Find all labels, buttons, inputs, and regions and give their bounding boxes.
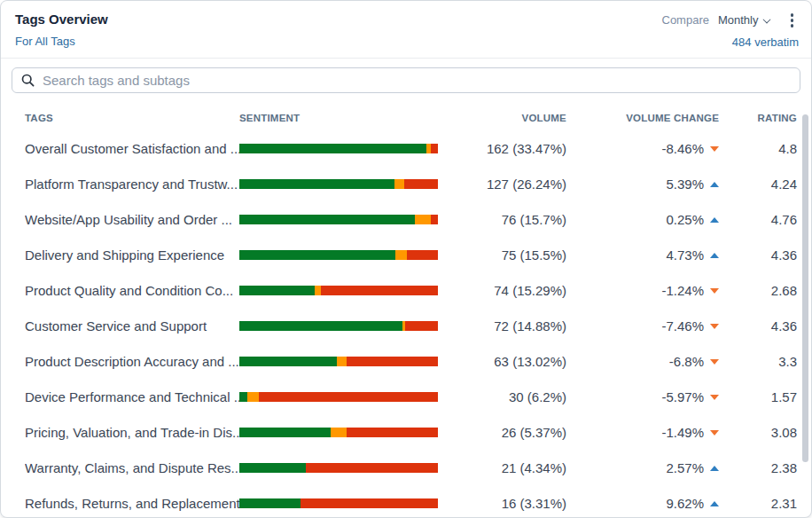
volume-change-cell: 2.57% [566, 460, 719, 475]
tag-label: Customer Service and Support [25, 318, 239, 334]
table-body: Overall Customer Satisfaction and ... 16… [1, 131, 811, 518]
change-direction-icon [710, 324, 719, 329]
table-row[interactable]: Platform Transparency and Trustw... 127 … [1, 167, 811, 202]
volume-value: 26 (5.37%) [438, 425, 566, 440]
sentiment-positive-segment [239, 179, 394, 189]
sentiment-negative-segment [301, 498, 438, 508]
rating-value: 2.31 [719, 496, 797, 511]
volume-change-value: 5.39% [666, 177, 704, 192]
tag-label: Platform Transparency and Trustw... [25, 177, 239, 192]
search-wrap [1, 59, 811, 104]
tag-label: Refunds, Returns, and Replacements [25, 496, 239, 511]
volume-value: 75 (15.5%) [438, 247, 566, 263]
table-header-row: TAGS SENTIMENT VOLUME VOLUME CHANGE RATI… [1, 105, 811, 131]
table-row[interactable]: Customer Service and Support 72 (14.88%)… [1, 309, 811, 344]
rating-value: 4.36 [719, 247, 797, 263]
volume-value: 63 (13.02%) [438, 354, 566, 369]
tag-label: Delivery and Shipping Experience [25, 247, 239, 263]
compare-controls: Compare Monthly [662, 12, 800, 29]
table-row[interactable]: Product Quality and Condition Co... 74 (… [1, 273, 811, 309]
sentiment-negative-segment [405, 321, 438, 331]
volume-change-value: -8.46% [661, 141, 704, 156]
sentiment-positive-segment [239, 392, 247, 402]
header-left: Tags Overview For All Tags [15, 12, 108, 49]
search-input[interactable] [43, 73, 791, 88]
subtitle-for-all-tags: For All Tags [15, 35, 108, 48]
table-row[interactable]: Overall Customer Satisfaction and ... 16… [1, 131, 811, 167]
change-direction-icon [710, 288, 719, 294]
sentiment-positive-segment [239, 144, 426, 153]
compare-period-dropdown[interactable]: Monthly [718, 13, 771, 27]
sentiment-cell [239, 463, 438, 473]
volume-value: 76 (15.7%) [438, 212, 566, 227]
tag-label: Device Performance and Technical ... [25, 389, 239, 404]
sentiment-bar [239, 463, 438, 473]
volume-change-cell: 0.25% [566, 212, 719, 227]
volume-change-value: 0.25% [666, 212, 704, 227]
tags-table: TAGS SENTIMENT VOLUME VOLUME CHANGE RATI… [1, 105, 811, 518]
change-direction-icon [710, 217, 719, 223]
sentiment-cell [239, 392, 438, 402]
column-header-volume-change: VOLUME CHANGE [566, 113, 719, 123]
column-header-sentiment: SENTIMENT [239, 113, 438, 123]
sentiment-cell [239, 357, 438, 366]
sentiment-bar [239, 215, 438, 224]
sentiment-positive-segment [239, 357, 337, 366]
kebab-menu-button[interactable] [785, 12, 800, 29]
sentiment-negative-segment [306, 463, 438, 473]
table-row[interactable]: Pricing, Valuation, and Trade-in Dis... … [1, 415, 811, 451]
rating-value: 2.68 [719, 283, 797, 298]
sentiment-negative-segment [259, 392, 438, 402]
sentiment-negative-segment [347, 357, 438, 366]
sentiment-positive-segment [239, 286, 315, 295]
sentiment-bar [239, 321, 438, 331]
chevron-down-icon [763, 14, 771, 22]
volume-change-value: -5.97% [661, 389, 704, 404]
compare-period-value: Monthly [718, 13, 759, 27]
tag-label: Website/App Usability and Order ... [25, 212, 239, 227]
tags-overview-card: Tags Overview For All Tags Compare Month… [0, 0, 812, 518]
sentiment-neutral-segment [394, 179, 404, 189]
sentiment-positive-segment [239, 498, 301, 508]
compare-label: Compare [662, 13, 709, 27]
tag-label: Overall Customer Satisfaction and ... [25, 141, 239, 156]
change-direction-icon [710, 466, 719, 471]
rating-value: 4.36 [719, 318, 797, 334]
volume-change-value: 2.57% [666, 460, 704, 475]
tag-label: Pricing, Valuation, and Trade-in Dis... [25, 425, 239, 440]
table-row[interactable]: Device Performance and Technical ... 30 … [1, 380, 811, 415]
sentiment-bar [239, 498, 438, 508]
page-title: Tags Overview [15, 12, 108, 27]
rating-value: 4.8 [719, 141, 797, 156]
tag-label: Product Description Accuracy and ... [25, 354, 239, 369]
sentiment-bar [239, 250, 438, 260]
volume-change-cell: -8.46% [566, 141, 719, 156]
table-row[interactable]: Product Description Accuracy and ... 63 … [1, 344, 811, 380]
volume-change-cell: -1.49% [566, 425, 719, 440]
rating-value: 2.38 [719, 460, 797, 475]
volume-value: 16 (3.31%) [438, 496, 566, 511]
sentiment-neutral-segment [415, 215, 431, 224]
change-direction-icon [710, 359, 719, 365]
table-row[interactable]: Delivery and Shipping Experience 75 (15.… [1, 238, 811, 273]
rating-value: 4.24 [719, 177, 797, 192]
search-icon [21, 74, 35, 87]
vertical-scrollbar[interactable] [802, 114, 808, 462]
volume-value: 74 (15.29%) [438, 283, 566, 298]
tag-label: Warranty, Claims, and Dispute Res... [25, 460, 239, 475]
volume-change-value: -1.49% [661, 425, 704, 440]
volume-value: 162 (33.47%) [438, 141, 566, 156]
search-box[interactable] [12, 67, 800, 93]
sentiment-cell [239, 498, 438, 508]
volume-change-cell: -1.24% [566, 283, 719, 298]
verbatim-count: 484 verbatim [732, 35, 799, 49]
change-direction-icon [710, 395, 719, 400]
table-row[interactable]: Website/App Usability and Order ... 76 (… [1, 202, 811, 238]
table-row[interactable]: Refunds, Returns, and Replacements 16 (3… [1, 486, 811, 518]
volume-change-value: -1.24% [661, 283, 704, 298]
header-right: Compare Monthly 484 verbatim [662, 12, 800, 49]
sentiment-negative-segment [347, 428, 438, 437]
volume-change-value: 4.73% [666, 247, 704, 263]
table-row[interactable]: Warranty, Claims, and Dispute Res... 21 … [1, 451, 811, 486]
sentiment-bar [239, 286, 438, 295]
